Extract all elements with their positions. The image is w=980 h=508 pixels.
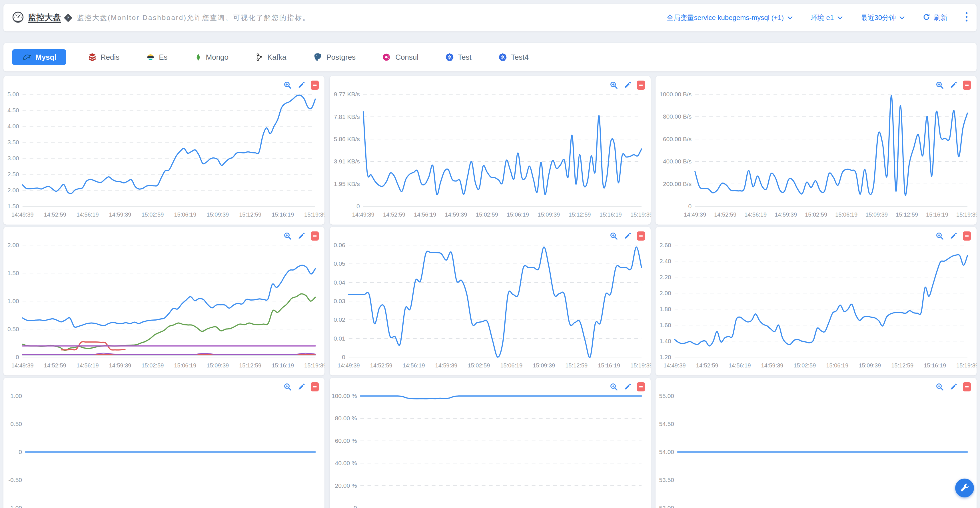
x-tick-label: 15:12:59 bbox=[896, 212, 918, 218]
edit-icon[interactable] bbox=[623, 81, 632, 89]
remove-icon[interactable] bbox=[311, 231, 319, 240]
x-tick-label: 15:06:19 bbox=[826, 362, 848, 369]
tab-postgres[interactable]: Postgres bbox=[308, 49, 361, 65]
series-query-rate bbox=[675, 255, 967, 346]
y-tick-label: 0 bbox=[19, 449, 22, 455]
x-tick-label: 15:19:39 bbox=[956, 362, 977, 369]
edit-icon[interactable] bbox=[297, 232, 305, 240]
zoom-in-icon[interactable] bbox=[283, 382, 292, 391]
y-tick-label: 1.50 bbox=[8, 203, 19, 209]
remove-icon[interactable] bbox=[963, 231, 971, 240]
edit-icon[interactable] bbox=[297, 81, 305, 89]
y-tick-label: 0.03 bbox=[333, 298, 345, 304]
remove-icon[interactable] bbox=[637, 382, 645, 392]
refresh-button[interactable]: 刷新 bbox=[923, 13, 947, 22]
y-tick-label: 0.04 bbox=[333, 279, 345, 286]
y-tick-label: 1000.00 B/s bbox=[660, 91, 692, 97]
x-tick-label: 14:56:19 bbox=[414, 212, 436, 218]
x-tick-label: 14:52:59 bbox=[44, 212, 66, 218]
tab-label: Test4 bbox=[511, 53, 529, 62]
y-tick-label: 800.00 B/s bbox=[663, 113, 692, 120]
x-tick-label: 14:59:39 bbox=[775, 212, 797, 218]
chevron-down-icon bbox=[837, 14, 843, 22]
zoom-in-icon[interactable] bbox=[283, 81, 292, 89]
page-title: 监控大盘 bbox=[28, 12, 61, 24]
tab-test4[interactable]: Test4 bbox=[493, 49, 534, 65]
x-tick-label: 15:19:39 bbox=[630, 212, 651, 218]
time-range-select[interactable]: 最近30分钟 bbox=[861, 13, 905, 22]
y-tick-label: 20.00 % bbox=[335, 482, 357, 489]
zoom-in-icon[interactable] bbox=[283, 232, 292, 240]
y-tick-label: 4.00 bbox=[8, 123, 19, 129]
remove-icon[interactable] bbox=[637, 81, 645, 90]
remove-icon[interactable] bbox=[963, 81, 971, 90]
x-tick-label: 15:06:19 bbox=[174, 212, 196, 218]
x-tick-label: 14:52:59 bbox=[383, 212, 405, 218]
tab-label: Mongo bbox=[206, 53, 229, 62]
environment-select[interactable]: 环境 e1 bbox=[811, 13, 843, 22]
help-icon[interactable]: ? bbox=[64, 13, 73, 22]
y-tick-label: 3.50 bbox=[8, 139, 19, 145]
y-tick-label: 55.00 bbox=[659, 393, 674, 399]
x-tick-label: 15:02:59 bbox=[476, 212, 498, 218]
y-tick-label: 5.00 bbox=[8, 91, 19, 97]
y-tick-label: 54.00 bbox=[659, 449, 674, 455]
x-tick-label: 15:06:19 bbox=[835, 212, 858, 218]
tab-kafka[interactable]: Kafka bbox=[250, 49, 292, 65]
x-tick-label: 15:16:19 bbox=[926, 212, 948, 218]
edit-icon[interactable] bbox=[949, 81, 958, 89]
remove-icon[interactable] bbox=[637, 231, 645, 240]
edit-icon[interactable] bbox=[949, 232, 958, 240]
postgres-icon bbox=[313, 53, 323, 62]
zoom-in-icon[interactable] bbox=[935, 232, 944, 240]
y-tick-label: 0 bbox=[353, 505, 357, 508]
zoom-in-icon[interactable] bbox=[609, 81, 618, 89]
x-tick-label: 15:09:39 bbox=[538, 212, 560, 218]
tab-mysql[interactable]: Mysql bbox=[12, 49, 66, 65]
edit-icon[interactable] bbox=[623, 382, 632, 391]
tab-consul[interactable]: Consul bbox=[377, 49, 423, 65]
series-received bbox=[695, 96, 967, 195]
chevron-down-icon bbox=[899, 14, 905, 22]
more-menu-button[interactable] bbox=[965, 12, 968, 24]
x-tick-label: 14:49:39 bbox=[684, 212, 706, 218]
y-tick-label: 3.00 bbox=[8, 155, 19, 161]
x-tick-label: 15:12:59 bbox=[239, 212, 261, 218]
remove-icon[interactable] bbox=[311, 382, 319, 392]
series-command-purple2 bbox=[22, 353, 315, 355]
zoom-in-icon[interactable] bbox=[609, 232, 618, 240]
chart-panel-network-received: 1000.00 B/s800.00 B/s600.00 B/s400.00 B/… bbox=[655, 76, 977, 225]
global-variable-select[interactable]: 全局变量service kubegems-mysql (+1) bbox=[667, 13, 793, 22]
y-tick-label: 1.95 KB/s bbox=[334, 181, 360, 187]
edit-icon[interactable] bbox=[623, 232, 632, 240]
y-tick-label: 200.00 B/s bbox=[663, 181, 692, 187]
x-tick-label: 15:19:39 bbox=[304, 362, 325, 369]
tab-mongo[interactable]: Mongo bbox=[189, 49, 234, 65]
tab-es[interactable]: Es bbox=[141, 49, 172, 65]
y-tick-label: 400.00 B/s bbox=[663, 158, 692, 164]
x-tick-label: 15:09:39 bbox=[207, 212, 229, 218]
series-sent bbox=[363, 112, 641, 194]
x-tick-label: 14:56:19 bbox=[729, 362, 751, 369]
edit-icon[interactable] bbox=[949, 382, 958, 391]
zoom-in-icon[interactable] bbox=[609, 382, 618, 391]
zoom-in-icon[interactable] bbox=[935, 382, 944, 391]
x-tick-label: 14:49:39 bbox=[11, 212, 34, 218]
panel-actions bbox=[935, 81, 971, 90]
refresh-icon bbox=[923, 13, 930, 22]
x-tick-label: 14:59:39 bbox=[435, 362, 457, 369]
x-tick-label: 14:49:39 bbox=[663, 362, 686, 369]
x-tick-label: 15:09:39 bbox=[859, 362, 881, 369]
zoom-in-icon[interactable] bbox=[935, 81, 944, 89]
y-tick-label: 2.00 bbox=[660, 290, 671, 296]
panel-actions bbox=[609, 81, 645, 90]
remove-icon[interactable] bbox=[963, 382, 971, 392]
x-tick-label: 15:16:19 bbox=[272, 362, 294, 369]
tab-test[interactable]: Test bbox=[440, 49, 477, 65]
tab-label: Test bbox=[458, 53, 472, 62]
tab-redis[interactable]: Redis bbox=[83, 49, 124, 65]
remove-icon[interactable] bbox=[311, 81, 319, 90]
edit-icon[interactable] bbox=[297, 382, 305, 391]
x-tick-label: 15:02:59 bbox=[794, 362, 816, 369]
settings-fab[interactable] bbox=[955, 479, 974, 497]
